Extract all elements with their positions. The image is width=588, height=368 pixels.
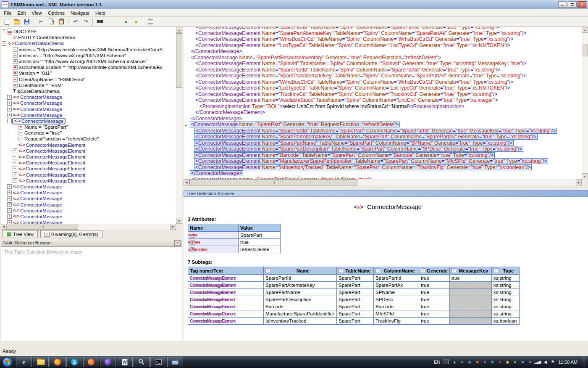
attribute-row[interactable]: NameSparePart — [188, 232, 281, 239]
tree-item[interactable]: =xmlns = "http://www.trimble.com/tms/XML… — [1, 47, 176, 53]
cell-type[interactable]: xs:boolean — [491, 318, 519, 325]
tree-item[interactable]: +<◆>ConnectorMessageElement — [1, 172, 176, 178]
tray-app-5-icon[interactable]: ■ — [489, 359, 495, 365]
code-line[interactable]: </ConnectorMessageElement> — [184, 109, 582, 116]
tree-item[interactable]: +<◆>ConnectorMessage — [1, 106, 176, 112]
scroll-left-button[interactable]: ◀ — [1, 224, 7, 230]
menu-help[interactable]: Help — [92, 10, 108, 16]
tray-app-8-icon[interactable]: ● — [512, 359, 518, 365]
tray-app-7-icon[interactable]: ◆ — [504, 359, 510, 365]
find-button[interactable] — [95, 18, 105, 26]
tree-item[interactable]: =xmlns:xs = "http://www.w3.org/2001/XMLS… — [1, 53, 176, 58]
code-line[interactable]: <ConnectorMessageElement Name="Manufactu… — [184, 158, 582, 164]
cell-type[interactable]: xs:string — [491, 310, 519, 318]
tree-item[interactable]: <◆>ConnectorMessageElement — [1, 142, 176, 148]
code-line[interactable]: <ConnectorMessageElement Name="SparePart… — [184, 134, 582, 140]
tag-name-cell[interactable]: ConnectorMessageElement — [188, 318, 264, 325]
tree-item[interactable]: -DOCTYPE — [1, 29, 176, 34]
tree-expander-plus[interactable]: + — [13, 155, 17, 159]
redo-button[interactable]: ↷ — [81, 18, 90, 26]
code-line[interactable]: <ConnectorMessageElement Name="SparePart… — [184, 128, 582, 134]
cell-table-name[interactable]: SparePart — [337, 318, 374, 325]
tree-item[interactable]: -<◆>ConnectorMessage — [1, 118, 176, 124]
code-line[interactable]: </ConnectorMessage> — [184, 116, 582, 122]
tree-expander-plus[interactable]: + — [7, 202, 12, 207]
cell-name[interactable]: ManufacturerSparePartIdentifier — [264, 310, 337, 318]
tree-expander-plus[interactable]: + — [7, 191, 12, 195]
app-purple-taskbar-button[interactable] — [100, 357, 116, 367]
cell-table-name[interactable]: SparePart — [337, 296, 374, 303]
save-file-button[interactable] — [22, 18, 32, 26]
cell-type[interactable]: xs:string — [491, 275, 519, 282]
cell-column-name[interactable]: TrackInvFlg — [374, 318, 419, 325]
tree-item[interactable]: +<◆>ConnectorMessage — [1, 184, 176, 190]
scroll-thumb[interactable] — [582, 45, 588, 56]
cell-column-name[interactable]: SparePartAk — [374, 282, 419, 289]
tree-item[interactable]: +<◆>ConnectorMessage — [1, 100, 176, 106]
tree-item[interactable]: T&CoreDataSchema; — [1, 88, 176, 94]
cell-type[interactable]: xs:string — [491, 282, 519, 289]
menu-options[interactable]: Options — [45, 10, 68, 16]
action-center-icon[interactable]: ⚑ — [550, 359, 556, 365]
tree-item[interactable]: =xsi:schemaLocation = "http://www.trimbl… — [1, 64, 176, 70]
code-line[interactable]: <ProcessingInstruction Type="SQL">select… — [184, 103, 582, 110]
cell-table-name[interactable]: SparePart — [337, 282, 374, 289]
paste-button[interactable] — [57, 18, 66, 26]
tree-expander-plus[interactable]: + — [7, 113, 12, 117]
attribute-row[interactable]: Generatetrue — [188, 239, 281, 246]
code-line[interactable]: <ConnectorMessageElement Name="IsInvento… — [184, 164, 582, 171]
code-line[interactable]: </ConnectorMessage> — [184, 170, 582, 177]
menu-navigate[interactable]: Navigate — [68, 10, 92, 16]
tree-expander-minus[interactable]: - — [2, 41, 6, 46]
cut-button[interactable]: ✂ — [37, 18, 46, 26]
tree-item[interactable]: =RequestFunction = "refreshDelete" — [1, 136, 176, 142]
tree-expander-minus[interactable]: - — [7, 119, 12, 123]
keyboard-layout-icon[interactable] — [443, 360, 449, 364]
scroll-up-button[interactable]: ▲ — [176, 27, 182, 33]
tree-item[interactable]: +<◆>ConnectorMessage — [1, 220, 176, 224]
scroll-left-button[interactable]: ◀ — [184, 179, 189, 185]
tree-expander-plus[interactable]: + — [13, 161, 17, 165]
cell-message-key[interactable] — [449, 310, 491, 318]
tree-item[interactable]: -<◆>CustomerDataSchema — [1, 40, 176, 46]
cell-generate[interactable]: true — [419, 289, 450, 296]
cell-generate[interactable]: true — [419, 310, 450, 318]
scroll-down-button[interactable]: ▼ — [582, 173, 588, 179]
tree-item[interactable]: +<◆>ConnectorMessageElement — [1, 154, 176, 160]
app-orange-taskbar-button[interactable] — [83, 357, 99, 367]
tree-expander-plus[interactable]: + — [13, 172, 17, 177]
tree-expander-plus[interactable]: + — [7, 107, 12, 111]
scroll-down-button[interactable]: ▼ — [176, 218, 182, 224]
network-icon[interactable]: ▂▄▆ — [535, 359, 541, 365]
close-button[interactable]: ✕ — [578, 1, 586, 8]
tray-app-3-icon[interactable]: ■ — [474, 359, 480, 365]
tag-name-cell[interactable]: ConnectorMessageElement — [188, 310, 264, 318]
tag-name-cell[interactable]: ConnectorMessageElement — [188, 303, 264, 310]
clock[interactable]: 11:50 AM — [558, 360, 578, 365]
scroll-thumb[interactable] — [7, 224, 78, 230]
remote-desktop-taskbar-button[interactable] — [167, 357, 183, 367]
firefox-taskbar-button[interactable] — [50, 357, 66, 367]
attribute-row[interactable]: RequestFunctionrefreshDelete — [188, 246, 281, 253]
tree-item[interactable]: +<◆>ConnectorMessage​Element — [1, 160, 176, 166]
tag-name-cell[interactable]: ConnectorMessageElement — [188, 282, 264, 289]
menu-edit[interactable]: Edit — [15, 10, 29, 16]
cell-generate[interactable]: true — [419, 296, 450, 303]
cell-name[interactable]: SparePartAlternateKey — [264, 282, 337, 289]
close-panel-button[interactable]: ✕ — [174, 240, 181, 246]
tree-item[interactable]: +<◆>ConnectorMessage — [1, 196, 176, 201]
command-prompt-taskbar-button[interactable]: >_ — [150, 357, 166, 367]
skype-taskbar-button[interactable]: S — [66, 357, 82, 367]
code-line[interactable]: <ConnectorMessageElement Name="WrhsBusCt… — [184, 36, 582, 42]
tree-item[interactable]: =Name = "SparePart" — [1, 124, 176, 130]
xml-tree[interactable]: -DOCTYPE<!ENTITY CoreDataSchema-<◆>Custo… — [1, 27, 176, 224]
tree-expander-plus[interactable]: + — [13, 167, 17, 171]
tree-item[interactable]: <!ENTITY CoreDataSchema — [1, 34, 176, 40]
tree-item[interactable]: +<◆>ConnectorMessage — [1, 94, 176, 100]
subtag-row[interactable]: ConnectorMessageElementManufacturerSpare… — [188, 310, 520, 318]
tree-item[interactable]: +<◆>ConnectorMessageElement — [1, 148, 176, 154]
subtag-row[interactable]: ConnectorMessageElementBarcodeSparePartB… — [188, 303, 520, 310]
cell-column-name[interactable]: SPName — [374, 289, 419, 296]
file-explorer-taskbar-button[interactable] — [33, 357, 49, 367]
cell-generate[interactable]: true — [419, 275, 450, 282]
